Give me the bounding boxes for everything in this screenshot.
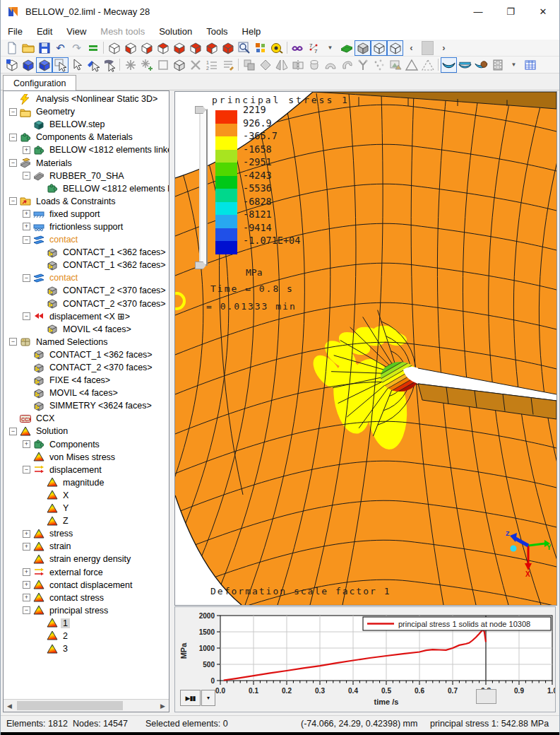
tree-item-contact-2-370-faces[interactable]: CONTACT_2 <370 faces> — [4, 284, 169, 297]
tree-item-von-mises-stress[interactable]: von Mises stress — [4, 451, 169, 464]
minimize-button[interactable]: — — [462, 0, 494, 23]
tree-expander[interactable]: − — [9, 134, 17, 141]
tree-expander[interactable]: + — [23, 210, 30, 218]
delete-element-icon[interactable] — [187, 57, 203, 73]
tree-item-loads-constraints[interactable]: −Loads & Constraints — [4, 195, 169, 208]
save-icon[interactable] — [36, 40, 52, 56]
tree-expander[interactable]: + — [23, 440, 30, 448]
tree-item-fixe-4-faces[interactable]: FIXE <4 faces> — [4, 374, 169, 387]
tree-item-external-force[interactable]: +external force — [4, 565, 169, 578]
tree-item-rubber-70-sha[interactable]: −RUBBER_70_SHA — [4, 170, 169, 182]
tree-item-geometry[interactable]: −Geometry — [4, 105, 169, 118]
new-element-icon[interactable] — [138, 57, 155, 73]
menu-tools[interactable]: Tools — [199, 24, 234, 39]
paint-select-icon[interactable] — [85, 57, 101, 73]
erase-icon[interactable] — [257, 57, 273, 73]
zoom-window-icon[interactable] — [236, 40, 252, 56]
tree-item-strain-energy-density[interactable]: strain energy density — [4, 553, 169, 565]
view-back-icon[interactable] — [138, 40, 155, 56]
tree-item-ccx[interactable]: CCXCCX — [4, 412, 169, 425]
nav-box-icon[interactable] — [419, 40, 436, 56]
tree-item-materials[interactable]: −Materials — [4, 156, 169, 169]
tree-item-principal-stress[interactable]: −principal stress — [4, 604, 169, 617]
scrollbar-thumb[interactable] — [17, 701, 123, 710]
tree-item-frictionless-support[interactable]: +frictionless support — [4, 220, 169, 233]
dimension-drop-icon[interactable]: ▼ — [322, 40, 338, 56]
tree-expander[interactable]: + — [23, 581, 30, 589]
tree-horizontal-scrollbar[interactable]: ◀ ▶ — [4, 699, 169, 712]
deformed-view-icon[interactable] — [441, 57, 457, 73]
shape-check-icon[interactable] — [419, 57, 436, 73]
tree-expander[interactable]: − — [23, 312, 30, 320]
node-table-icon[interactable] — [220, 57, 236, 73]
close-button[interactable]: ✕ — [527, 0, 559, 23]
tile-windows-icon[interactable] — [252, 40, 268, 56]
tree-expander[interactable]: − — [23, 466, 30, 474]
tree-item-3[interactable]: 3 — [4, 642, 169, 655]
refine-tool-icon[interactable] — [371, 57, 387, 73]
undo-icon[interactable]: ↶ — [52, 40, 68, 56]
tree-item-magnitude[interactable]: magnitude — [4, 476, 169, 489]
nav-forward-icon[interactable]: › — [436, 40, 452, 56]
tree-item-y[interactable]: Y — [4, 502, 169, 514]
view-left-icon[interactable] — [155, 40, 171, 56]
element-quality-icon[interactable] — [403, 57, 419, 73]
tree-expander[interactable]: − — [23, 606, 30, 614]
tree-item-analysis-nonlinear-static-3d[interactable]: Analysis <Nonlinear Static 3D> — [4, 93, 169, 105]
tree-item-contact-1-362-faces[interactable]: CONTACT_1 <362 faces> — [4, 246, 169, 259]
record-video-icon[interactable] — [489, 57, 506, 73]
tree-item-contact-stress[interactable]: +contact stress — [4, 592, 169, 604]
menu-help[interactable]: Help — [235, 24, 268, 39]
renumber-icon[interactable]: 12 — [203, 57, 220, 73]
redo-icon[interactable]: ↷ — [68, 40, 85, 56]
tree-expander[interactable]: − — [23, 236, 30, 244]
tree-item-contact-2-370-faces[interactable]: CONTACT_2 <370 faces> — [4, 298, 169, 310]
tree-expander[interactable]: + — [23, 543, 30, 551]
tree-expander[interactable]: − — [9, 338, 17, 346]
tree-expander[interactable]: − — [9, 108, 17, 116]
tree-item-movil-4-faces[interactable]: MOVIL <4 faces> — [4, 323, 169, 336]
view-bottom-icon[interactable] — [203, 40, 220, 56]
tree-expander[interactable]: − — [23, 274, 30, 282]
play-pause-button[interactable]: ▶▮▮ — [180, 690, 201, 706]
tree-item-contact-1-362-faces[interactable]: CONTACT_1 <362 faces> — [4, 259, 169, 271]
tree-item-stress[interactable]: +stress — [4, 527, 169, 540]
tree-item-components[interactable]: +Components — [4, 438, 169, 451]
display-options-icon[interactable] — [290, 40, 306, 56]
tree-item-2[interactable]: 2 — [4, 630, 169, 642]
element-edges-view-icon[interactable] — [387, 40, 403, 56]
tree-expander[interactable]: − — [9, 159, 17, 167]
tree-item-x[interactable]: X — [4, 489, 169, 502]
wireframe-view-icon[interactable] — [371, 40, 387, 56]
select-faces-icon[interactable] — [52, 57, 68, 73]
tree-expander[interactable]: − — [9, 428, 17, 435]
sweep-tool-icon[interactable] — [338, 57, 355, 73]
tree-expander[interactable]: + — [23, 223, 30, 230]
menu-file[interactable]: File — [1, 24, 30, 39]
tab-configuration[interactable]: Configuration — [3, 75, 76, 90]
tree-expander[interactable]: + — [23, 530, 30, 538]
animate-icon[interactable] — [457, 57, 473, 73]
animate-export-icon[interactable] — [473, 57, 489, 73]
tree-item-contact-1-362-faces[interactable]: CONTACT_1 <362 faces> — [4, 348, 169, 361]
time-slider-handle[interactable] — [476, 689, 496, 704]
cylinder-tool-icon[interactable] — [306, 57, 322, 73]
hide-select-icon[interactable] — [101, 57, 117, 73]
select-surface-icon[interactable] — [20, 57, 36, 73]
model-viewport[interactable]: principal stress 1 2219926.9-365.7-1658-… — [174, 91, 557, 606]
tree-item-movil-4-faces[interactable]: MOVIL <4 faces> — [4, 387, 169, 399]
menu-view[interactable]: View — [59, 24, 93, 39]
tree-item-components-materials[interactable]: −Components & Materials — [4, 131, 169, 143]
tree-item-z[interactable]: Z — [4, 514, 169, 527]
open-file-icon[interactable] — [20, 40, 36, 56]
workplane-icon[interactable] — [338, 40, 355, 56]
video-drop-icon[interactable]: ▼ — [506, 57, 522, 73]
background-image-icon[interactable] — [387, 57, 403, 73]
tree-expander[interactable]: − — [9, 197, 17, 205]
view-top-icon[interactable] — [187, 40, 203, 56]
tree-item-solution[interactable]: −Solution — [4, 425, 169, 437]
view-right-icon[interactable] — [171, 40, 187, 56]
tree-item-bellow-1812-elements-linked[interactable]: +BELLOW <1812 elements linked> — [4, 143, 169, 156]
new-node-icon[interactable] — [122, 57, 138, 73]
tree-item-contact[interactable]: −contact — [4, 233, 169, 246]
